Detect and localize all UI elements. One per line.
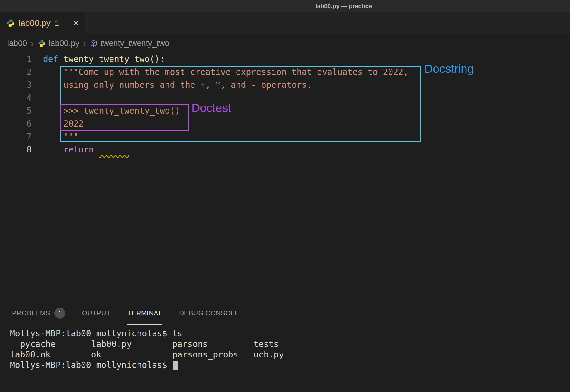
code-line-6[interactable]: 6 2022 (0, 117, 570, 130)
line-number: 1 (0, 53, 32, 66)
panel-tab-label: OUTPUT (82, 309, 110, 317)
terminal-line: lab00.ok ok parsons_probs ucb.py (10, 349, 570, 360)
editor[interactable]: 1 def twenty_twenty_two(): 2 """Come up … (0, 53, 570, 302)
panel-tab-label: DEBUG CONSOLE (179, 309, 239, 317)
breadcrumb-item-function[interactable]: twenty_twenty_two (101, 39, 169, 48)
code-line-4[interactable]: 4 (0, 91, 570, 104)
code-line-1[interactable]: 1 def twenty_twenty_two(): (0, 53, 570, 66)
panel-tab-bar: PROBLEMS 1 OUTPUT TERMINAL DEBUG CONSOLE (0, 302, 570, 325)
panel-tab-label: PROBLEMS (12, 309, 50, 317)
panel-tab-label: TERMINAL (127, 309, 162, 317)
line-number: 7 (0, 130, 32, 143)
line-number: 8 (0, 143, 32, 156)
line-number: 4 (0, 91, 32, 104)
warning-squiggle (99, 145, 129, 155)
code-line-8[interactable]: 8 return (0, 143, 570, 156)
code-line-3[interactable]: 3 using only numbers and the +, *, and -… (0, 78, 570, 91)
python-icon (38, 39, 46, 47)
symbol-cube-icon (90, 39, 98, 47)
breadcrumb-item-lab00py[interactable]: lab00.py (49, 39, 79, 48)
code-token: 2022 (43, 119, 84, 129)
line-number: 2 (0, 66, 32, 78)
terminal-line: Mollys-MBP:lab00 mollynicholas$ ls (10, 328, 570, 339)
code-token: def (43, 54, 63, 64)
chevron-right-icon: › (83, 38, 86, 48)
terminal[interactable]: Mollys-MBP:lab00 mollynicholas$ ls __pyc… (0, 325, 570, 370)
code-text (32, 91, 43, 104)
code-token: return (43, 145, 99, 155)
code-token: """ (43, 132, 79, 142)
code-line-5[interactable]: 5 >>> twenty_twenty_two() (0, 104, 570, 117)
line-number: 6 (0, 117, 32, 130)
tab-label: lab00.py (19, 18, 51, 28)
breadcrumb-item-lab00[interactable]: lab00 (7, 39, 27, 48)
panel-tab-output[interactable]: OUTPUT (82, 302, 110, 325)
terminal-line: __pycache__ lab00.py parsons tests (10, 339, 570, 349)
tab-lab00py[interactable]: lab00.py 1 ✕ (0, 12, 85, 34)
line-number: 3 (0, 78, 32, 91)
close-icon[interactable]: ✕ (73, 19, 79, 28)
terminal-cursor[interactable] (173, 361, 178, 370)
code-token: """Come up with the most creative expres… (43, 67, 408, 77)
code-text: """ (32, 130, 79, 143)
line-number: 5 (0, 104, 32, 117)
tab-bar: lab00.py 1 ✕ (0, 12, 570, 34)
code-text: using only numbers and the +, *, and - o… (32, 78, 312, 91)
breadcrumb: lab00 › lab00.py › twenty_twenty_two (0, 34, 570, 53)
terminal-line: Mollys-MBP:lab00 mollynicholas$ (10, 360, 570, 370)
panel-tab-problems[interactable]: PROBLEMS 1 (12, 302, 65, 325)
window-title: lab00.py — practice (315, 0, 372, 12)
title-bar: lab00.py — practice (0, 0, 570, 12)
bottom-panel: PROBLEMS 1 OUTPUT TERMINAL DEBUG CONSOLE… (0, 302, 570, 392)
code-line-2[interactable]: 2 """Come up with the most creative expr… (0, 66, 570, 78)
code-text: return (32, 143, 129, 156)
code-token: twenty_twenty_two (63, 54, 150, 64)
code-text: def twenty_twenty_two(): (32, 53, 165, 66)
doctest-annotation-label: Doctest (191, 101, 231, 115)
problems-count-badge: 1 (54, 308, 65, 319)
code-text: """Come up with the most creative expres… (32, 66, 408, 78)
code-text: >>> twenty_twenty_two() (32, 104, 180, 117)
docstring-annotation-label: Docstring (424, 62, 474, 75)
code-token: >>> twenty_twenty_two() (43, 106, 180, 116)
python-icon (6, 19, 15, 28)
panel-tab-terminal[interactable]: TERMINAL (127, 302, 162, 325)
code-line-7[interactable]: 7 """ (0, 130, 570, 143)
tab-problems-badge: 1 (55, 19, 59, 28)
code-token: using only numbers and the +, *, and - o… (43, 80, 312, 90)
code-token: (): (150, 54, 165, 64)
code-text: 2022 (32, 117, 84, 130)
chevron-right-icon: › (31, 38, 34, 48)
panel-tab-debug-console[interactable]: DEBUG CONSOLE (179, 302, 239, 325)
